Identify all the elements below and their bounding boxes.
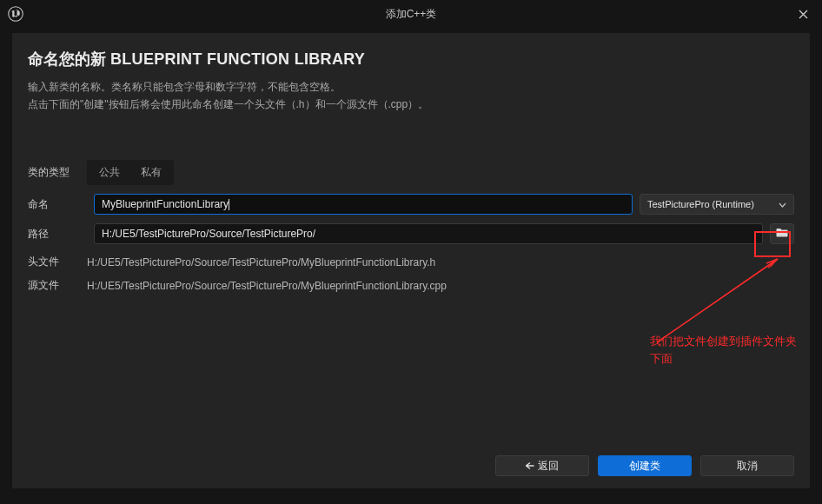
name-label: 命名 xyxy=(28,197,87,212)
footer: 返回 创建类 取消 xyxy=(28,448,794,476)
class-type-row: 类的类型 公共 私有 xyxy=(28,160,794,185)
heading-prefix: 命名您的新 xyxy=(28,50,106,68)
header-file-label: 头文件 xyxy=(28,255,87,269)
cancel-button-label: 取消 xyxy=(737,459,758,474)
panel-heading: 命名您的新 BLUEPRINT FUNCTION LIBRARY xyxy=(28,49,794,70)
annotation-text: 我们把文件创建到插件文件夹下面 xyxy=(650,333,806,368)
create-class-button[interactable]: 创建类 xyxy=(598,455,692,476)
folder-icon xyxy=(776,228,788,240)
name-input-value: MyBlueprintFunctionLibrary xyxy=(102,198,229,210)
back-button[interactable]: 返回 xyxy=(495,455,589,476)
module-dropdown[interactable]: TestPicturePro (Runtime) xyxy=(640,194,794,215)
class-type-private[interactable]: 私有 xyxy=(130,162,172,183)
name-row: 命名 MyBlueprintFunctionLibrary TestPictur… xyxy=(28,194,794,215)
header-file-row: 头文件 H:/UE5/TestPicturePro/Source/TestPic… xyxy=(28,255,794,269)
main-panel: 命名您的新 BLUEPRINT FUNCTION LIBRARY 输入新类的名称… xyxy=(12,33,810,488)
source-file-label: 源文件 xyxy=(28,278,87,293)
heading-classname: BLUEPRINT FUNCTION LIBRARY xyxy=(110,50,365,68)
class-type-public[interactable]: 公共 xyxy=(89,162,130,183)
panel-description: 输入新类的名称。类名称只能包含字母和数字字符，不能包含空格。 点击下面的"创建"… xyxy=(28,78,794,113)
path-label: 路径 xyxy=(28,227,87,242)
create-class-button-label: 创建类 xyxy=(629,459,660,474)
back-button-label: 返回 xyxy=(538,459,559,474)
class-type-label: 类的类型 xyxy=(28,165,87,180)
unreal-logo-icon xyxy=(7,5,24,23)
source-file-row: 源文件 H:/UE5/TestPicturePro/Source/TestPic… xyxy=(28,278,794,293)
back-arrow-icon xyxy=(526,461,534,471)
path-input-value: H:/UE5/TestPicturePro/Source/TestPicture… xyxy=(102,228,315,240)
name-input[interactable]: MyBlueprintFunctionLibrary xyxy=(94,194,633,215)
description-line-2: 点击下面的"创建"按钮后将会使用此命名创建一个头文件（.h）和一个源文件（.cp… xyxy=(28,96,794,113)
cancel-button[interactable]: 取消 xyxy=(700,455,794,476)
source-file-value: H:/UE5/TestPicturePro/Source/TestPicture… xyxy=(87,280,447,292)
text-caret xyxy=(229,199,229,210)
class-type-toggle: 公共 私有 xyxy=(87,160,174,185)
titlebar: 添加C++类 xyxy=(0,0,822,28)
window-title: 添加C++类 xyxy=(31,7,791,22)
form: 类的类型 公共 私有 命名 MyBlueprintFunctionLibrary… xyxy=(28,160,794,302)
chevron-down-icon xyxy=(779,200,786,209)
close-button[interactable] xyxy=(791,2,815,26)
browse-folder-button[interactable] xyxy=(770,223,794,244)
svg-point-0 xyxy=(9,7,23,22)
module-dropdown-value: TestPicturePro (Runtime) xyxy=(647,199,754,209)
header-file-value: H:/UE5/TestPicturePro/Source/TestPicture… xyxy=(87,256,435,269)
description-line-1: 输入新类的名称。类名称只能包含字母和数字字符，不能包含空格。 xyxy=(28,78,794,96)
path-input[interactable]: H:/UE5/TestPicturePro/Source/TestPicture… xyxy=(94,223,763,244)
path-row: 路径 H:/UE5/TestPicturePro/Source/TestPict… xyxy=(28,223,794,244)
